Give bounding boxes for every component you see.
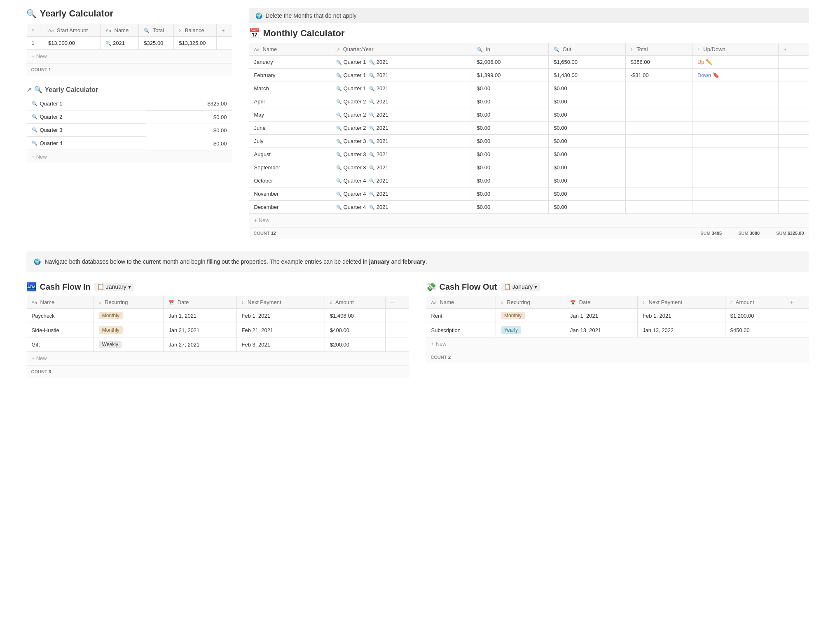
yearly-calc-top-icon: 🔍	[26, 9, 37, 19]
new-label[interactable]: + New	[26, 352, 409, 365]
cash-flow-in-section: 🏧 Cash Flow In 📋 January ▾ Aa Name ○ Rec…	[26, 282, 409, 378]
row-in: $0.00	[472, 148, 549, 161]
cash-flow-in-month-selector[interactable]: 📋 January ▾	[94, 283, 134, 291]
table-row: March 🔍 Quarter 1 🔍 2021 $0.00 $0.00	[249, 82, 809, 95]
new-label[interactable]: + New	[426, 337, 809, 351]
col-balance: Σ Balance	[174, 24, 217, 37]
row-total	[625, 201, 692, 214]
row-name: Rent	[426, 309, 496, 323]
row-in: $0.00	[472, 82, 549, 95]
new-row[interactable]: + New	[26, 50, 232, 63]
col-out: 🔍 Out	[549, 43, 626, 56]
calendar-icon-small: 📋	[97, 283, 104, 290]
col-total: 🔍 Total	[139, 24, 174, 37]
col-add[interactable]: +	[385, 296, 409, 309]
up-indicator: Up ✏️	[697, 59, 712, 65]
row-recurring: Monthly	[94, 323, 163, 337]
row-recurring: Monthly	[94, 309, 163, 323]
row-quarter-year: 🔍 Quarter 1 🔍 2021	[331, 69, 472, 82]
row-next-payment: Feb 3, 2021	[236, 337, 325, 352]
row-updown	[692, 135, 778, 148]
col-recurring: ○ Recurring	[94, 296, 163, 309]
col-recurring: ○ Recurring	[496, 296, 565, 309]
row-in: $0.00	[472, 95, 549, 108]
search-icon: 🔍	[32, 141, 37, 146]
row-date: Jan 13, 2021	[565, 323, 638, 337]
table-row: Side-Hustle Monthly Jan 21, 2021 Feb 21,…	[26, 323, 409, 337]
cash-flow-in-title: 🏧 Cash Flow In 📋 January ▾	[26, 282, 409, 292]
table-row: Paycheck Monthly Jan 1, 2021 Feb 1, 2021…	[26, 309, 409, 323]
col-add[interactable]: +	[785, 296, 809, 309]
col-amount: # Amount	[325, 296, 386, 309]
row-quarter-year: 🔍 Quarter 3 🔍 2021	[331, 135, 472, 148]
quarter-name: 🔍 Quarter 3	[27, 124, 147, 137]
new-row[interactable]: + New	[26, 352, 409, 365]
quarter-amount: $0.00	[146, 137, 232, 150]
cash-flow-out-title-text: Cash Flow Out	[440, 282, 497, 292]
table-row: 🔍 Quarter 1 $325.00	[26, 97, 232, 111]
quarter-name: 🔍 Quarter 2	[27, 110, 147, 124]
globe-icon-2: 🌍	[34, 257, 41, 266]
yearly-calc-top-title-text: Yearly Calculator	[40, 8, 114, 19]
row-out: $0.00	[549, 95, 626, 108]
new-row[interactable]: + New	[26, 150, 232, 163]
cash-flow-in-count-row: COUNT 3	[26, 365, 409, 378]
row-in: $0.00	[472, 174, 549, 187]
table-row: January 🔍 Quarter 1 🔍 2021 $2,006.00 $1,…	[249, 56, 809, 69]
row-recurring: Yearly	[496, 323, 565, 337]
new-row[interactable]: + New	[249, 214, 809, 227]
new-label[interactable]: + New	[26, 150, 232, 163]
row-out: $0.00	[549, 122, 626, 135]
count-row: COUNT 1	[26, 63, 232, 76]
col-date: 📅 Date	[164, 296, 236, 309]
quarter-amount: $0.00	[146, 110, 232, 124]
row-amount: $450.00	[725, 323, 785, 337]
col-name: Aa Name	[426, 296, 496, 309]
cash-icon: 🏧	[26, 282, 37, 292]
new-label[interactable]: + New	[26, 50, 232, 63]
row-total: $356.00	[625, 56, 692, 69]
new-row[interactable]: + New	[426, 337, 809, 351]
row-out: $0.00	[549, 108, 626, 122]
col-total: Σ Total	[625, 43, 692, 56]
row-name: Side-Hustle	[26, 323, 94, 337]
row-out: $0.00	[549, 148, 626, 161]
right-panel: 🌍 Delete the Months that do not apply 📅 …	[249, 8, 809, 239]
row-out: $0.00	[549, 135, 626, 148]
nav-note: 🌍 Navigate both databases below to the c…	[26, 251, 809, 272]
row-name: 🔍 2021	[101, 37, 139, 50]
yearly-calc-sub-title-text: Yearly Calculator	[45, 86, 98, 94]
col-quarter-year: ↗ Quarter/Year	[331, 43, 472, 56]
row-updown	[692, 122, 778, 135]
row-name: September	[249, 161, 331, 174]
left-panel: 🔍 Yearly Calculator # Aa Start Amount Aa…	[26, 8, 232, 164]
col-date: 📅 Date	[565, 296, 638, 309]
breadcrumb-icon: ↗	[26, 86, 32, 94]
row-out: $0.00	[549, 161, 626, 174]
row-in: $0.00	[472, 187, 549, 201]
row-name: December	[249, 201, 331, 214]
top-row: 🔍 Yearly Calculator # Aa Start Amount Aa…	[26, 8, 809, 239]
row-balance: $13,325.00	[174, 37, 217, 50]
row-name: Paycheck	[26, 309, 94, 323]
row-updown	[692, 82, 778, 95]
new-label[interactable]: + New	[249, 214, 809, 227]
row-name: August	[249, 148, 331, 161]
table-row: Gift Weekly Jan 27, 2021 Feb 3, 2021 $20…	[26, 337, 409, 352]
row-total: $325.00	[139, 37, 174, 50]
row-out: $0.00	[549, 82, 626, 95]
row-updown	[692, 95, 778, 108]
row-total	[625, 135, 692, 148]
col-add[interactable]: +	[216, 24, 232, 37]
row-in: $0.00	[472, 135, 549, 148]
row-num: 1	[26, 37, 43, 50]
row-next-payment: Feb 21, 2021	[236, 323, 325, 337]
col-add[interactable]: +	[779, 43, 809, 56]
cash-flow-out-month-selector[interactable]: 📋 January ▾	[501, 283, 541, 291]
monthly-count-row: COUNT 12 SUM 3405 SUM 3080 SUM $325.00	[249, 227, 809, 239]
row-updown	[692, 174, 778, 187]
cash-flow-out-count-row: COUNT 2	[426, 351, 809, 363]
row-quarter-year: 🔍 Quarter 3 🔍 2021	[331, 148, 472, 161]
quarter-name: 🔍 Quarter 1	[27, 97, 147, 110]
calendar-icon-small-2: 📋	[504, 283, 511, 290]
